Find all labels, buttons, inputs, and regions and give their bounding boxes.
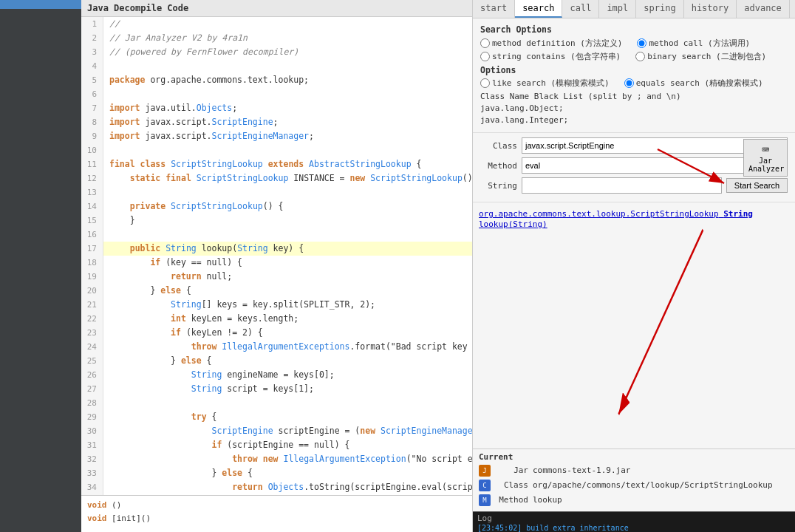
log-text: [23:45:02] build extra inheritance	[477, 524, 791, 532]
method-item[interactable]: void ()	[87, 499, 466, 512]
line-number: 2	[81, 31, 103, 45]
code-line: 31 if (scriptEngine == null) {	[81, 438, 472, 452]
line-content: if (keyLen != 2) {	[103, 326, 263, 340]
code-line: 21 String[] keys = key.split(SPLIT_STR, …	[81, 298, 472, 312]
code-line: 15 }	[81, 214, 472, 228]
line-content: return Objects.toString(scriptEngine.eva…	[103, 480, 472, 494]
result-link[interactable]: org.apache.commons.text.lookup.ScriptStr…	[479, 208, 789, 229]
line-content: if (key == null) {	[103, 256, 242, 270]
binary-search-radio[interactable]	[635, 52, 645, 61]
binary-search-label[interactable]: binary search (二进制包含)	[635, 51, 766, 62]
tab-history[interactable]: history	[684, 0, 737, 18]
line-content: } else {	[103, 466, 253, 480]
line-number: 22	[81, 312, 103, 326]
like-search-radio[interactable]	[480, 78, 490, 88]
tab-search[interactable]: search	[515, 0, 562, 18]
line-content	[103, 396, 109, 410]
jar-analyzer-button[interactable]: ⌨ Jar Analyzer	[743, 139, 788, 177]
svg-line-3	[618, 230, 703, 415]
code-line: 30 ScriptEngine scriptEngine = (new Scri…	[81, 424, 472, 438]
line-content: int keyLen = keys.length;	[103, 312, 298, 326]
tab-start[interactable]: start	[473, 0, 515, 18]
tab-call[interactable]: call	[562, 0, 599, 18]
jar-icon: J	[479, 465, 491, 477]
code-line: 1//	[81, 17, 472, 31]
code-line: 12 static final ScriptStringLookup INSTA…	[81, 171, 472, 185]
line-number: 18	[81, 256, 103, 270]
code-line: 18 if (key == null) {	[81, 256, 472, 270]
tab-advance[interactable]: advance	[737, 0, 790, 18]
current-section: Current J Jar commons-text-1.9.jar C Cla…	[473, 449, 795, 511]
line-content: import javax.script.ScriptEngine;	[103, 115, 279, 129]
line-number: 34	[81, 480, 103, 494]
sidebar	[0, 0, 81, 532]
method-call-radio[interactable]	[637, 38, 646, 48]
line-number: 13	[81, 185, 103, 200]
code-line: 11final class ScriptStringLookup extends…	[81, 157, 472, 171]
tab-impl[interactable]: impl	[599, 0, 636, 18]
code-line: 4	[81, 59, 472, 73]
line-content	[103, 59, 109, 73]
line-number: 29	[81, 410, 103, 424]
code-line: 32 throw new IllegalArgumentException("N…	[81, 452, 472, 466]
method-def-radio[interactable]	[480, 38, 490, 48]
line-number: 4	[81, 59, 103, 73]
string-contains-radio[interactable]	[480, 52, 490, 61]
blacklist-title: Class Name Black List (split by ; and \n…	[480, 92, 788, 101]
method-def-label[interactable]: method definition (方法定义)	[480, 38, 622, 49]
code-body[interactable]: 1//2// Jar Analyzer V2 by 4ra1n3// (powe…	[81, 17, 472, 495]
string-contains-label[interactable]: string contains (包含字符串)	[480, 51, 621, 62]
log-title: Log	[477, 514, 791, 523]
code-line: 8import javax.script.ScriptEngine;	[81, 115, 472, 129]
code-line: 16	[81, 228, 472, 242]
line-content: final class ScriptStringLookup extends A…	[103, 157, 421, 171]
method-item[interactable]: void [init]()	[87, 512, 466, 525]
method-row: Method	[480, 157, 788, 174]
radio-row-options: like search (模糊搜索模式) equals search (精确搜索…	[480, 78, 788, 89]
line-number: 27	[81, 382, 103, 396]
main-content: Java Decompile Code 1//2// Jar Analyzer …	[81, 0, 795, 532]
class-icon: C	[479, 480, 491, 491]
like-search-label[interactable]: like search (模糊搜索模式)	[480, 78, 610, 89]
line-content: throw IllegalArgumentExceptions.format("…	[103, 340, 472, 354]
sidebar-item-active[interactable]	[0, 0, 81, 9]
line-content: if (scriptEngine == null) {	[103, 438, 349, 452]
tab-spring[interactable]: spring	[636, 0, 683, 18]
equals-search-label[interactable]: equals search (精确搜索模式)	[624, 78, 763, 89]
code-line: 2// Jar Analyzer V2 by 4ra1n	[81, 31, 472, 45]
start-search-button[interactable]: Start Search	[726, 178, 788, 193]
line-content: private ScriptStringLookup() {	[103, 200, 283, 214]
string-row: String Start Search	[480, 177, 788, 194]
code-line: 26 String engineName = keys[0];	[81, 368, 472, 382]
class-row: Class	[480, 137, 788, 154]
equals-search-radio[interactable]	[624, 78, 634, 88]
string-input[interactable]	[522, 177, 722, 194]
line-number: 17	[81, 242, 103, 256]
current-method-row: M Method lookup	[479, 494, 789, 507]
current-class-row: C Class org/apache/commons/text/lookup/S…	[479, 479, 789, 492]
line-number: 8	[81, 115, 103, 129]
line-content: } else {	[103, 354, 212, 368]
line-number: 24	[81, 340, 103, 354]
code-line: 25 } else {	[81, 354, 472, 368]
method-call-label[interactable]: method call (方法调用)	[637, 38, 750, 49]
line-content: // (powered by FernFlower decompiler)	[103, 45, 298, 59]
line-number: 1	[81, 17, 103, 31]
line-content: String engineName = keys[0];	[103, 368, 335, 382]
code-line: 34 return Objects.toString(scriptEngine.…	[81, 480, 472, 494]
line-content: } else {	[103, 284, 191, 298]
radio-row-2: string contains (包含字符串) binary search (二…	[480, 51, 788, 62]
line-content: String[] keys = key.split(SPLIT_STR, 2);	[103, 298, 375, 312]
line-number: 20	[81, 284, 103, 298]
blacklist-value-1: java.lang.Object;	[480, 103, 788, 115]
code-line: 5package org.apache.commons.text.lookup;	[81, 73, 472, 87]
line-content: //	[103, 17, 120, 31]
line-number: 33	[81, 466, 103, 480]
line-content: public String lookup(String key) {	[103, 242, 304, 256]
line-number: 3	[81, 45, 103, 59]
line-content: static final ScriptStringLookup INSTANCE…	[103, 171, 472, 185]
line-number: 23	[81, 326, 103, 340]
line-content	[103, 185, 109, 200]
results-area: org.apache.commons.text.lookup.ScriptStr…	[473, 202, 795, 449]
code-line: 10	[81, 143, 472, 157]
